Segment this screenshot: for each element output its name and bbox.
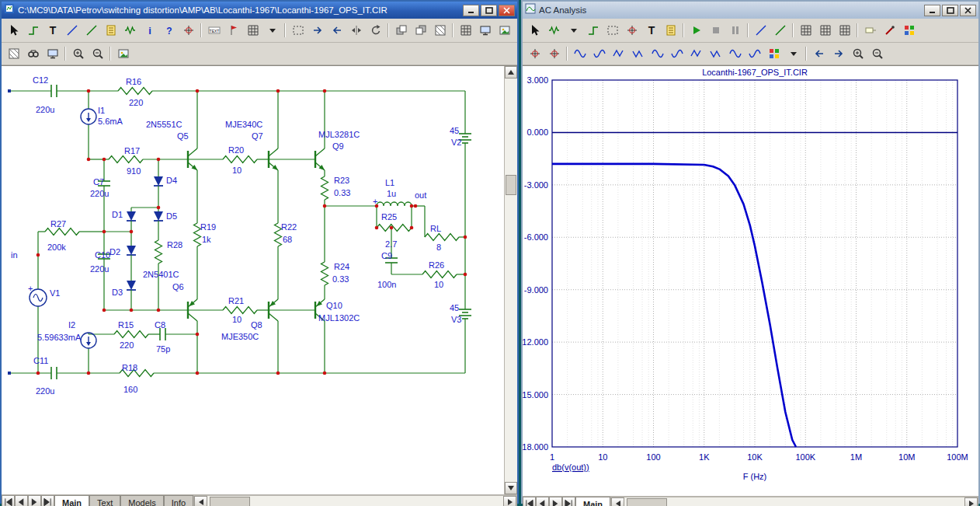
rotate-icon[interactable]	[366, 21, 385, 40]
tab-info[interactable]: Info	[164, 495, 193, 506]
close-button[interactable]	[499, 5, 515, 16]
grid-toggle-icon[interactable]	[456, 21, 475, 40]
select-icon[interactable]	[525, 21, 544, 40]
more-options-caret-icon[interactable]	[262, 21, 282, 40]
scroll-left-button[interactable]	[194, 496, 207, 506]
peak-icon[interactable]	[570, 44, 589, 63]
step-in-icon[interactable]	[308, 21, 327, 40]
text-display-icon[interactable]: TEXT	[204, 21, 224, 40]
minimize-button[interactable]	[924, 5, 940, 16]
node-view-icon[interactable]	[43, 44, 62, 63]
zoom-out-icon[interactable]	[88, 44, 107, 63]
scroll-right-button[interactable]	[964, 497, 978, 506]
tag-icon[interactable]	[860, 21, 880, 40]
pattern-icon[interactable]	[4, 44, 23, 63]
tab-text[interactable]: Text	[89, 495, 120, 506]
last-page-button[interactable]	[41, 495, 54, 506]
tab-models[interactable]: Models	[120, 495, 163, 506]
first-page-button[interactable]	[2, 495, 15, 506]
rise-icon[interactable]	[648, 44, 667, 63]
horizontal-scroll-thumb[interactable]	[210, 497, 250, 506]
zoom-in-icon[interactable]	[68, 44, 88, 63]
previous-page-button[interactable]	[536, 497, 549, 506]
diagonal-wire-icon[interactable]	[82, 21, 101, 40]
more-options-caret-icon[interactable]	[564, 21, 583, 40]
zoom-in-icon[interactable]	[848, 44, 867, 63]
vertical-scroll-thumb[interactable]	[506, 175, 516, 195]
fall-icon[interactable]	[667, 44, 686, 63]
image-icon[interactable]	[113, 44, 133, 63]
point-probe-icon[interactable]	[179, 21, 198, 40]
schematic-titlebar[interactable]: C:\MC9\DATA\Petrov\switching distortion\…	[2, 2, 517, 19]
schematic-drawing[interactable]: C12220uR16220I15.6mA2N5551CQ5MJE340CQ7MJ…	[2, 66, 503, 494]
info-mode-icon[interactable]: i	[140, 21, 159, 40]
last-page-button[interactable]	[562, 497, 575, 506]
tab-main[interactable]: Main	[54, 495, 89, 506]
scroll-up-button[interactable]	[505, 66, 517, 79]
go-to-x-icon[interactable]	[809, 44, 829, 63]
run-icon[interactable]	[686, 21, 706, 40]
wire-mode-icon[interactable]	[23, 21, 43, 40]
component-icon[interactable]	[120, 21, 140, 40]
cursor-left-icon[interactable]	[525, 44, 544, 63]
slope-icon[interactable]	[770, 21, 790, 40]
horizontal-scroll-thumb[interactable]	[627, 498, 667, 506]
scroll-right-button[interactable]	[503, 496, 516, 506]
inflection-icon[interactable]	[725, 44, 745, 63]
step-out-icon[interactable]	[327, 21, 346, 40]
bottom-icon[interactable]	[706, 44, 725, 63]
fill-pattern-icon[interactable]	[430, 21, 450, 40]
minimize-button[interactable]	[463, 5, 479, 16]
to-front-icon[interactable]	[391, 21, 411, 40]
top-icon[interactable]	[686, 44, 706, 63]
find-icon[interactable]	[23, 44, 43, 63]
help-mode-icon[interactable]: ?	[159, 21, 179, 40]
attribute-flag-icon[interactable]	[224, 21, 243, 40]
cursor-mode-icon[interactable]	[622, 21, 641, 40]
state-variables-icon[interactable]	[835, 21, 854, 40]
close-button[interactable]	[960, 5, 976, 16]
go-to-y-icon[interactable]	[829, 44, 848, 63]
line-icon[interactable]	[751, 21, 770, 40]
next-page-button[interactable]	[549, 497, 562, 506]
first-page-button[interactable]	[523, 497, 536, 506]
previous-page-button[interactable]	[15, 495, 28, 506]
text-icon[interactable]: T	[641, 21, 661, 40]
maximize-button[interactable]	[481, 5, 497, 16]
component-icon[interactable]	[544, 21, 564, 40]
scroll-down-button[interactable]	[505, 482, 517, 494]
title-block-icon[interactable]	[495, 21, 514, 40]
mirror-icon[interactable]	[346, 21, 366, 40]
ac-analysis-plot[interactable]: 1101001K10K100K1M10M100M3.0000.000-3.000…	[523, 66, 977, 496]
color-settings-icon[interactable]	[899, 21, 919, 40]
low-icon[interactable]	[628, 44, 648, 63]
select-region-icon[interactable]	[288, 21, 308, 40]
schematic-horizontal-scrollbar[interactable]	[193, 495, 517, 506]
scale-mode-icon[interactable]	[603, 21, 622, 40]
scroll-left-button[interactable]	[611, 497, 624, 506]
analysis-horizontal-scrollbar[interactable]	[610, 497, 978, 506]
valley-icon[interactable]	[589, 44, 609, 63]
wire-icon[interactable]	[583, 21, 603, 40]
maximize-button[interactable]	[942, 5, 958, 16]
horizontal-scroll-track[interactable]	[624, 497, 964, 506]
next-page-button[interactable]	[28, 495, 41, 506]
stop-icon[interactable]	[706, 21, 725, 40]
annotation-icon[interactable]	[101, 21, 120, 40]
probe-icon[interactable]	[880, 21, 899, 40]
node-numbers-icon[interactable]	[243, 21, 262, 40]
caret-icon[interactable]	[784, 44, 803, 63]
schematic-vertical-scrollbar[interactable]	[504, 66, 517, 494]
high-icon[interactable]	[609, 44, 628, 63]
border-icon[interactable]	[475, 21, 495, 40]
select-icon[interactable]	[4, 21, 23, 40]
properties-icon[interactable]	[661, 21, 680, 40]
wave-palette-icon[interactable]	[764, 44, 784, 63]
to-back-icon[interactable]	[411, 21, 430, 40]
ac-analysis-titlebar[interactable]: AC Analysis	[523, 2, 978, 19]
text-mode-icon[interactable]: T	[43, 21, 62, 40]
cursor-right-icon[interactable]	[544, 44, 564, 63]
tab-main[interactable]: Main	[575, 497, 610, 506]
zoom-out-icon[interactable]	[867, 44, 887, 63]
period-icon[interactable]	[745, 44, 764, 63]
